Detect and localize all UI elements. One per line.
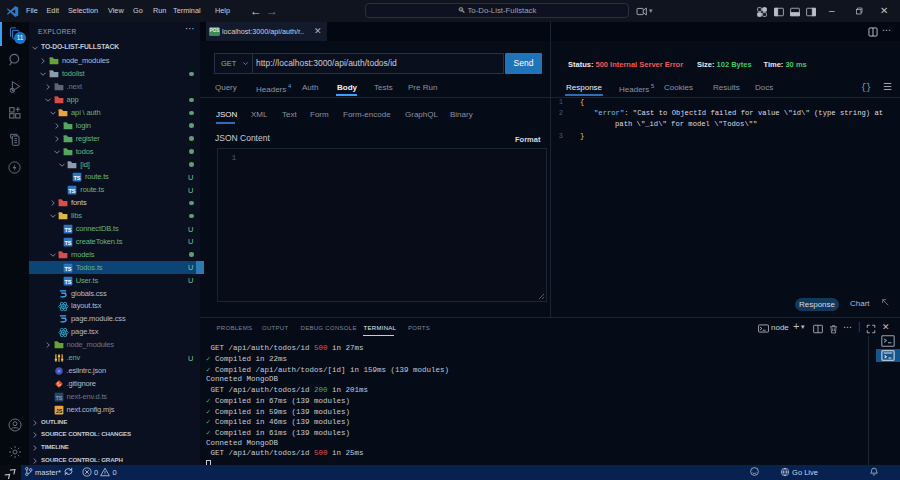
svg-text:JS: JS	[55, 407, 62, 413]
svg-text:TS: TS	[64, 278, 71, 284]
svg-text:TS: TS	[64, 227, 71, 233]
svg-text:TS: TS	[69, 188, 76, 194]
svg-text:TS: TS	[64, 265, 71, 271]
svg-text:TS: TS	[64, 239, 71, 245]
svg-text:TS: TS	[55, 394, 62, 400]
svg-text:TS: TS	[73, 175, 80, 181]
